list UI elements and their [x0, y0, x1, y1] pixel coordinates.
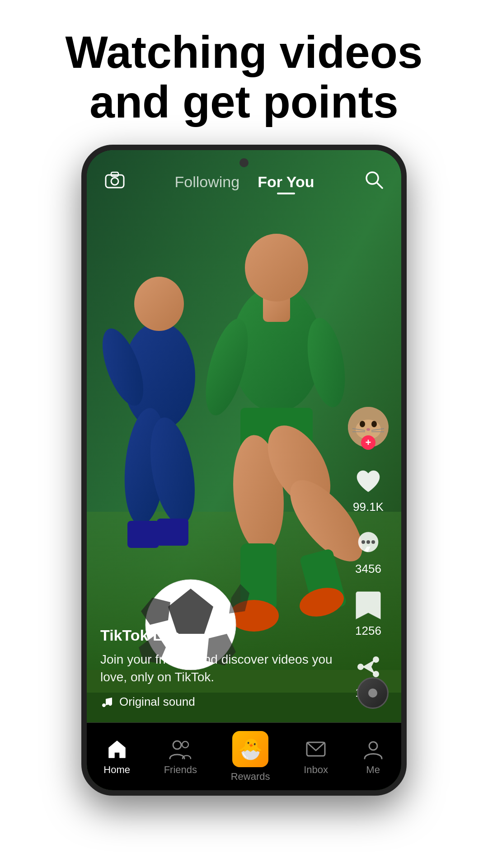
- avatar-container[interactable]: +: [348, 407, 389, 448]
- page-header: Watching videos and get points: [0, 0, 488, 145]
- svg-point-47: [361, 540, 365, 544]
- svg-point-57: [369, 742, 377, 750]
- svg-point-3: [134, 277, 184, 331]
- camera-button[interactable]: [105, 171, 125, 193]
- svg-point-39: [360, 421, 365, 427]
- music-disc-inner: [368, 689, 377, 698]
- search-button[interactable]: [364, 170, 383, 193]
- svg-point-54: [173, 741, 181, 749]
- svg-rect-8: [157, 519, 188, 546]
- nav-label-inbox: Inbox: [304, 764, 328, 776]
- bookmark-button[interactable]: 1256: [352, 590, 384, 638]
- svg-point-41: [366, 428, 370, 431]
- svg-point-52: [373, 671, 379, 677]
- svg-point-11: [245, 234, 308, 302]
- svg-point-49: [371, 540, 375, 544]
- phone-screen: Following For You: [87, 150, 401, 790]
- side-button: [406, 331, 407, 367]
- nav-item-home[interactable]: Home: [103, 738, 130, 776]
- nav-item-me[interactable]: Me: [362, 738, 385, 776]
- svg-point-53: [357, 664, 364, 670]
- camera-notch: [239, 158, 249, 167]
- phone-wrapper: Following For You: [0, 145, 488, 796]
- phone-frame: Following For You: [81, 145, 407, 796]
- header-line1: Watching videos: [66, 27, 423, 77]
- home-icon: [106, 738, 128, 760]
- like-button[interactable]: 99.1K: [352, 466, 384, 514]
- bookmark-count: 1256: [355, 624, 381, 638]
- comment-button[interactable]: 3456: [352, 528, 384, 576]
- svg-point-48: [366, 540, 370, 544]
- nav-label-friends: Friends: [164, 764, 197, 776]
- comment-icon: [352, 528, 384, 559]
- nav-tabs: Following For You: [175, 173, 314, 191]
- music-disc[interactable]: [357, 677, 389, 709]
- friends-icon: [169, 738, 192, 760]
- music-sound-label: Original sound: [119, 695, 195, 709]
- music-note-icon: [100, 695, 114, 709]
- svg-point-40: [371, 421, 377, 427]
- video-description: Join your friends and discover videos yo…: [100, 651, 343, 686]
- svg-rect-7: [127, 521, 159, 548]
- svg-point-31: [111, 178, 118, 185]
- music-info: Original sound: [100, 695, 343, 709]
- nav-label-rewards: Rewards: [231, 771, 270, 783]
- bookmark-icon: [352, 590, 384, 621]
- heart-icon: [352, 466, 384, 497]
- tab-following[interactable]: Following: [175, 173, 240, 191]
- rewards-icon: 🐣: [232, 731, 268, 767]
- inbox-icon: [305, 738, 327, 760]
- nav-item-friends[interactable]: Friends: [164, 738, 197, 776]
- nav-item-inbox[interactable]: Inbox: [304, 738, 328, 776]
- video-username[interactable]: TikTok Lite: [100, 627, 343, 644]
- bottom-nav: Home Friends 🐣: [87, 722, 401, 790]
- svg-point-51: [373, 656, 379, 663]
- me-icon: [362, 738, 385, 760]
- like-count: 99.1K: [353, 500, 384, 514]
- follow-plus-button[interactable]: +: [361, 435, 375, 450]
- svg-point-55: [182, 741, 188, 748]
- nav-label-home: Home: [103, 764, 130, 776]
- nav-item-rewards[interactable]: 🐣 Rewards: [231, 731, 270, 783]
- svg-line-34: [377, 183, 382, 188]
- header-line2: and get points: [89, 76, 398, 127]
- comment-count: 3456: [355, 562, 381, 576]
- bottom-info: TikTok Lite Join your friends and discov…: [100, 627, 343, 709]
- nav-label-me: Me: [366, 764, 380, 776]
- tab-for-you[interactable]: For You: [258, 173, 314, 191]
- top-nav: Following For You: [87, 150, 401, 195]
- right-sidebar: + 99.1K: [348, 407, 389, 700]
